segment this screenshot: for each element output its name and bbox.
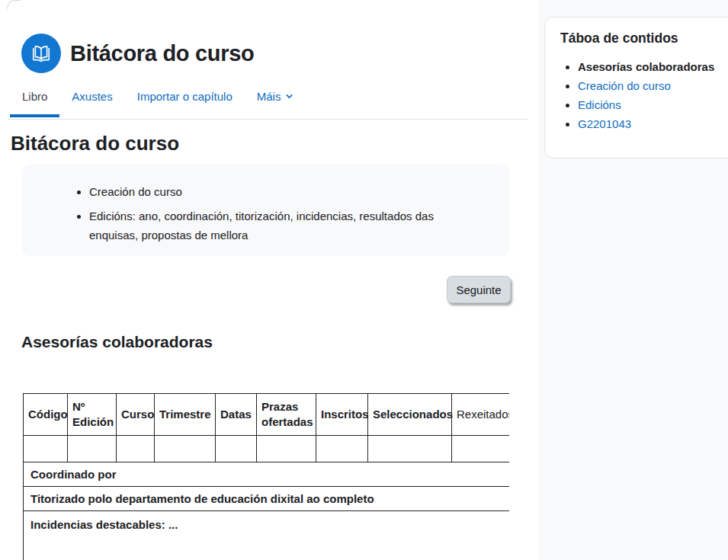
table-row: Titorizado polo departamento de educació… (24, 487, 510, 511)
toc-link-creacion-do-curso[interactable]: Creación do curso (578, 79, 671, 92)
table-header-row: Código Nº Edición Curso Trimestre Datas … (24, 394, 510, 436)
tab-label: Libro (22, 90, 47, 103)
column-header: Prazas ofertadas (257, 394, 316, 436)
toc-item-current: Asesorías colaboradoras (578, 57, 728, 76)
table-of-contents-card: Táboa de contidos Asesorías colaboradora… (544, 17, 728, 158)
table-empty-cell (316, 436, 368, 462)
activity-header: Bitácora do curso (21, 34, 254, 73)
tabs-divider (8, 119, 528, 120)
toc-link-edicions[interactable]: Edicións (578, 98, 621, 111)
tab-label: Axustes (72, 90, 112, 103)
toc-item: Edicións (578, 95, 728, 114)
table-empty-row (24, 436, 510, 462)
toc-item: G2201043 (578, 114, 728, 133)
book-summary-list: Creación do curso Edicións: ano, coordin… (22, 182, 475, 245)
column-header: Trimestre (155, 394, 216, 436)
toc-link-g2201043[interactable]: G2201043 (578, 117, 631, 130)
summary-item: Edicións: ano, coordinación, titorizació… (89, 206, 475, 245)
next-chapter-button[interactable]: Seguinte (447, 276, 511, 303)
chevron-down-icon (285, 92, 293, 101)
right-drawer-region: Táboa de contidos Asesorías colaboradora… (539, 0, 728, 560)
column-header: Código (24, 394, 68, 436)
book-icon (21, 34, 61, 73)
tab-importar-o-capitulo[interactable]: Importar o capítulo (125, 84, 245, 117)
column-header: Datas (216, 394, 257, 436)
toc-list: Asesorías colaboradoras Creación do curs… (560, 57, 728, 133)
column-header: Curso (117, 394, 155, 436)
summary-item: Creación do curso (89, 182, 475, 201)
coordinator-row: Coordinado por (24, 462, 510, 487)
chapter-table-container: Código Nº Edición Curso Trimestre Datas … (23, 393, 509, 560)
tab-mais-dropdown[interactable]: Máis (245, 84, 306, 117)
tab-libro[interactable]: Libro (10, 84, 59, 117)
tab-label: Máis (257, 90, 281, 103)
table-row: Coordinado por (24, 462, 510, 487)
table-empty-cell (452, 436, 510, 462)
card-corner-decoration (7, 0, 21, 9)
table-empty-cell (68, 436, 117, 462)
book-summary-box: Creación do curso Edicións: ano, coordin… (22, 165, 509, 256)
table-empty-cell (216, 436, 257, 462)
toc-title: Táboa de contidos (560, 30, 728, 46)
page-title: Bitácora do curso (70, 41, 254, 66)
column-header: Rexeitados (452, 394, 510, 436)
main-content-region: Bitácora do curso Libro Axustes Importar… (0, 0, 539, 560)
book-title-heading: Bitácora do curso (11, 132, 179, 155)
tab-label: Importar o capítulo (137, 90, 233, 103)
table-empty-cell (257, 436, 316, 462)
incidents-row: Incidencias destacables: ... (24, 511, 510, 560)
toc-item: Creación do curso (578, 76, 728, 95)
table-empty-cell (155, 436, 216, 462)
course-log-table: Código Nº Edición Curso Trimestre Datas … (23, 393, 509, 560)
table-empty-cell (368, 436, 452, 462)
column-header: Nº Edición (68, 394, 117, 436)
table-empty-cell (24, 436, 68, 462)
secondary-navigation: Libro Axustes Importar o capítulo Máis (10, 84, 306, 117)
column-header: Seleccionados (368, 394, 452, 436)
tutoring-row: Titorizado polo departamento de educació… (24, 487, 510, 511)
table-row: Incidencias destacables: ... (24, 511, 510, 560)
tab-axustes[interactable]: Axustes (59, 84, 124, 117)
table-empty-cell (117, 436, 155, 462)
column-header: Inscritos (316, 394, 368, 436)
chapter-title-heading: Asesorías colaboradoras (21, 333, 213, 351)
